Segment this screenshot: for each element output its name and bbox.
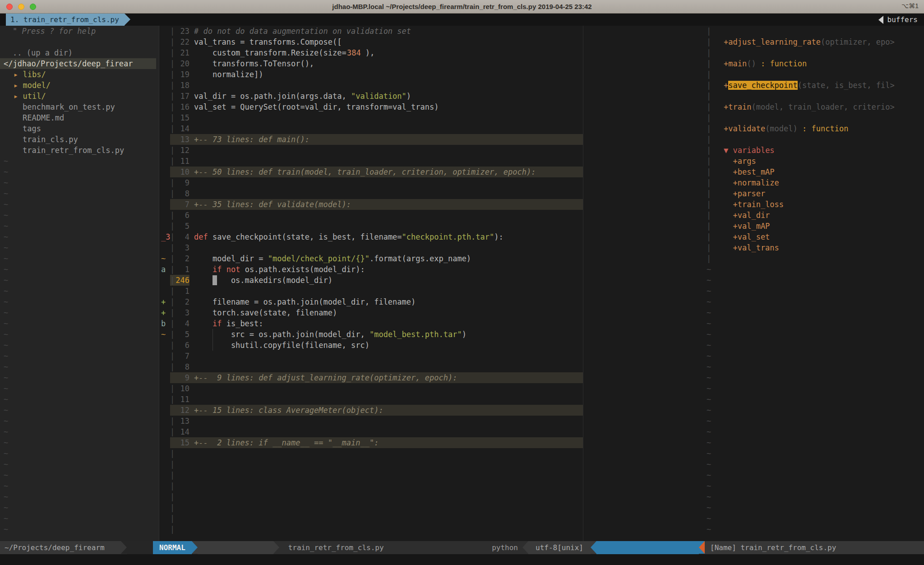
code-token: src = os.path.join(model_dir, xyxy=(194,330,370,339)
tree-file-item[interactable]: README.md xyxy=(0,112,159,123)
code-line[interactable]: |11 xyxy=(159,394,583,405)
tagbar-item[interactable]: +val_set xyxy=(722,232,924,242)
code-line[interactable]: | xyxy=(159,459,583,470)
code-line[interactable]: |1 xyxy=(159,286,583,296)
code-line[interactable]: |6 xyxy=(159,210,583,221)
folded-line[interactable]: 13+-- 73 lines: def main(): xyxy=(159,134,583,145)
code-line[interactable]: |20 transforms.ToTensor(), xyxy=(159,58,583,69)
code-line[interactable]: _3|4def save_checkpoint(state, is_best, … xyxy=(159,232,583,242)
code-line[interactable]: |10 xyxy=(159,383,583,394)
tree-root[interactable]: </jdhao/Projects/deep_firear xyxy=(0,58,156,69)
tagbar-item[interactable]: +normalize xyxy=(722,177,924,188)
code-line[interactable]: |8 xyxy=(159,361,583,372)
line-number: 20 xyxy=(175,58,189,69)
tagbar-item[interactable]: +parser xyxy=(722,188,924,199)
code-line[interactable]: | xyxy=(159,524,583,535)
code-line[interactable]: |12 xyxy=(159,145,583,156)
code-line[interactable]: | xyxy=(159,470,583,481)
folded-line[interactable]: 10+-- 50 lines: def train(model, train_l… xyxy=(159,167,583,177)
indent-guide-icon xyxy=(213,340,213,351)
nerdtree-panel: " Press ? for help.. (up a dir)</jdhao/P… xyxy=(0,26,159,541)
tagbar-item[interactable]: +train(model, train_loader, criterio> xyxy=(722,102,924,112)
folded-line[interactable]: 12+-- 15 lines: class AverageMeter(objec… xyxy=(159,405,583,416)
code-line[interactable]: |5 xyxy=(159,221,583,232)
code-token: normalize]) xyxy=(194,70,263,79)
code-line[interactable]: ~|5 src = os.path.join(model_dir, "model… xyxy=(159,329,583,340)
tagbar-blank-line xyxy=(722,134,924,145)
code-line[interactable]: | xyxy=(159,513,583,524)
folder-collapsed-icon: ▸ xyxy=(14,70,23,79)
tagbar-item[interactable]: +validate(model) : function xyxy=(722,123,924,134)
code-line[interactable]: |14 xyxy=(159,123,583,134)
code-line[interactable]: |14 xyxy=(159,426,583,437)
statusline-position-segment: 86% ≡ 246/284 : 5 xyxy=(596,541,699,554)
code-line[interactable]: |9 xyxy=(159,177,583,188)
code-line[interactable]: |18 xyxy=(159,80,583,91)
folded-line[interactable]: 15+-- 2 lines: if __name__ == "__main__"… xyxy=(159,437,583,448)
statusline: ~/Projects/deep_firearm NORMAL +8 ~3 -3 … xyxy=(0,541,924,554)
code-token: ), xyxy=(365,48,374,57)
tagbar-item[interactable]: +val_trans xyxy=(722,242,924,253)
code-line[interactable]: +|3 torch.save(state, filename) xyxy=(159,307,583,318)
tagbar-item[interactable]: +train_loss xyxy=(722,199,924,210)
code-line[interactable]: +|2 filename = os.path.join(model_dir, f… xyxy=(159,296,583,307)
tree-file-item[interactable]: tags xyxy=(0,123,159,134)
code-line[interactable]: |13 xyxy=(159,416,583,426)
line-number: 11 xyxy=(175,394,189,405)
code-line[interactable]: |11 xyxy=(159,156,583,167)
minimize-button[interactable] xyxy=(18,4,24,10)
code-line[interactable]: b|4 if is_best: xyxy=(159,318,583,329)
tree-file-item[interactable]: benchmark_on_test.py xyxy=(0,102,159,112)
code-line[interactable]: ~|2 model_dir = "model/check_point/{}".f… xyxy=(159,253,583,264)
tab-train-retr-from-cls[interactable]: 1. train_retr_from_cls.py xyxy=(6,14,125,26)
zoom-button[interactable] xyxy=(30,4,36,10)
fold-column: | xyxy=(170,502,175,513)
fold-column: | xyxy=(704,91,722,102)
tree-file-item[interactable]: train_retr_from_cls.py xyxy=(0,145,159,156)
code-line[interactable]: |22val_trans = transforms.Compose([ xyxy=(159,37,583,47)
line-number: 14 xyxy=(175,123,189,134)
tree-file-item[interactable]: train_cls.py xyxy=(0,134,159,145)
code-line[interactable]: |6 shutil.copyfile(filename, src) xyxy=(159,340,583,351)
tree-dir-item[interactable]: ▸ libs/ xyxy=(0,69,159,80)
code-line[interactable]: | xyxy=(159,502,583,513)
fold-column: | xyxy=(170,26,175,37)
code-line[interactable]: |17val_dir = os.path.join(args.data, "va… xyxy=(159,91,583,102)
line-number: 4 xyxy=(175,232,189,242)
code-line[interactable]: |8 xyxy=(159,188,583,199)
code-line[interactable]: | xyxy=(159,448,583,459)
code-line[interactable]: |3 xyxy=(159,242,583,253)
cursor-block[interactable] xyxy=(213,275,217,285)
code-line[interactable]: | xyxy=(159,491,583,502)
code-line[interactable]: |16val_set = QuerySet(root=val_dir, tran… xyxy=(159,102,583,112)
code-line[interactable]: |21 custom_transform.Resize(size=384), xyxy=(159,47,583,58)
tagbar-item[interactable]: +save_checkpoint(state, is_best, fil> xyxy=(722,80,924,91)
tagbar-item[interactable]: +adjust_learning_rate(optimizer, epo> xyxy=(722,37,924,47)
code-line[interactable]: | xyxy=(159,481,583,491)
code-line[interactable]: |7 xyxy=(159,351,583,361)
code-line[interactable]: |23# do not do data augmentation on vali… xyxy=(159,26,583,37)
code-line[interactable]: |19 normalize]) xyxy=(159,69,583,80)
tree-updir[interactable]: .. (up a dir) xyxy=(0,47,159,58)
empty-line-tilde: ~ xyxy=(0,383,159,394)
code-line[interactable]: |15 xyxy=(159,112,583,123)
tagbar-item[interactable]: +best_mAP xyxy=(722,167,924,177)
code-token: ) xyxy=(407,92,411,101)
tagbar-token: (optimizer, epo> xyxy=(821,37,895,46)
folded-line[interactable]: 9+-- 9 lines: def adjust_learning_rate(o… xyxy=(159,372,583,383)
tree-dir-item[interactable]: ▸ util/ xyxy=(0,91,159,102)
code-line[interactable]: |246 os.makedirs(model_dir) xyxy=(159,275,583,286)
tagbar-item[interactable]: +args xyxy=(722,156,924,167)
folded-line[interactable]: 7+-- 35 lines: def validate(model): xyxy=(159,199,583,210)
tree-dir-item[interactable]: ▸ model/ xyxy=(0,80,159,91)
tagbar-item[interactable]: +val_mAP xyxy=(722,221,924,232)
tagbar-item[interactable]: ▼ variables xyxy=(722,145,924,156)
left-arrow-icon xyxy=(878,16,883,24)
code-line[interactable]: a|1 if not os.path.exists(model_dir): xyxy=(159,264,583,275)
command-line[interactable] xyxy=(0,554,924,565)
tagbar-item[interactable]: +main() : function xyxy=(722,58,924,69)
tagbar-item[interactable]: +val_dir xyxy=(722,210,924,221)
code-token: +-- 2 lines: if __name__ == "__main__": xyxy=(194,438,379,447)
buffers-indicator[interactable]: buffers xyxy=(878,14,924,26)
close-button[interactable] xyxy=(6,4,13,10)
